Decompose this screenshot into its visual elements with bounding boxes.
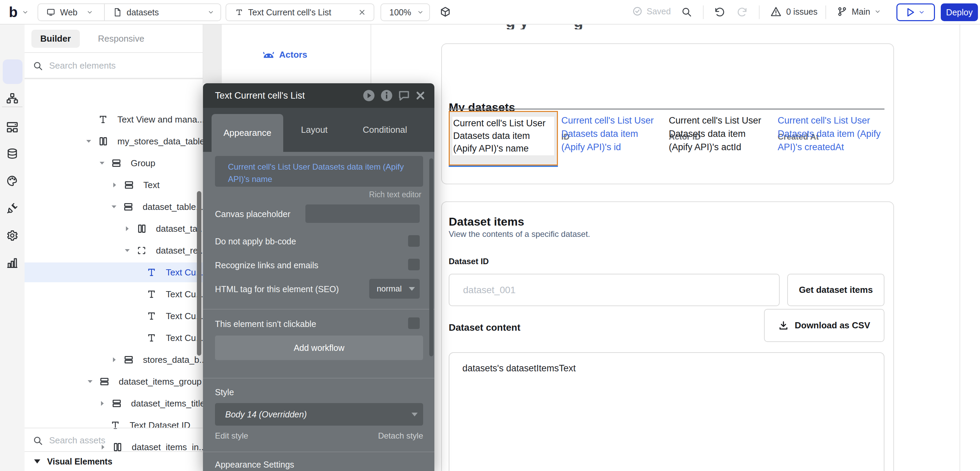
tree-row[interactable]: stores_data_b... [25, 350, 203, 370]
nav-item-actors[interactable]: Actors [263, 49, 307, 60]
element-type-cols-icon [137, 224, 146, 234]
zoom-dropdown[interactable]: 100% [380, 3, 430, 21]
chevron-down-icon[interactable] [84, 137, 93, 145]
tree-row[interactable]: Group [25, 153, 203, 173]
open-element-tab[interactable]: Text Current cell's List [226, 3, 374, 21]
chevron-right-icon[interactable] [98, 399, 107, 407]
table-cell-text[interactable]: Current cell's List User Datasets data i… [778, 114, 887, 154]
tree-row[interactable]: dataset_table... [25, 197, 203, 217]
chevron-right-icon[interactable] [110, 356, 118, 364]
table-cell-text[interactable]: Current cell's List User Datasets data i… [561, 114, 660, 154]
chevron-down-icon[interactable] [123, 247, 131, 255]
rail-sitemap-icon[interactable] [0, 85, 25, 111]
chevron-down-icon [412, 413, 418, 416]
canvas-gutter [203, 25, 222, 83]
get-dataset-items-button[interactable]: Get dataset items [787, 274, 885, 306]
element-type-rows-icon [124, 355, 134, 364]
tree-row[interactable]: Text Cu... [25, 306, 203, 326]
visual-elements-section[interactable]: Visual Elements [25, 451, 203, 471]
rail-chart-icon[interactable] [0, 250, 25, 276]
tree-row-label: dataset_ta... [156, 224, 203, 234]
info-icon[interactable] [380, 89, 393, 102]
tree-row[interactable]: dataset_items_group [25, 372, 203, 391]
search-assets[interactable]: Search assets [25, 428, 203, 453]
tree-row[interactable]: my_stores_data_table [25, 131, 203, 151]
tree-row-label: dataset_items_title [131, 398, 203, 409]
chevron-right-icon[interactable] [123, 224, 131, 233]
close-tab-icon[interactable] [358, 8, 366, 16]
chevron-down-icon[interactable] [98, 159, 106, 167]
search-icon[interactable] [681, 6, 692, 18]
text-expression-box[interactable]: Current cell's List User Datasets data i… [215, 156, 423, 187]
rich-text-editor-link[interactable]: Rich text editor [369, 190, 422, 199]
not-clickable-checkbox[interactable] [408, 317, 420, 329]
rail-gear-icon[interactable] [0, 223, 25, 248]
element-type-dashed-icon [137, 246, 146, 255]
rail-database-icon[interactable] [0, 141, 25, 167]
search-elements[interactable]: Search elements [25, 54, 203, 78]
element-tree: Text DatasetsText View and mana...my_sto… [25, 103, 203, 452]
rail-plugin-icon[interactable] [0, 195, 25, 221]
tree-row[interactable]: Text Cu... [25, 284, 203, 304]
inspector-scrollbar[interactable] [429, 158, 433, 356]
tab-responsive[interactable]: Responsive [98, 30, 144, 48]
bbcode-label: Do not apply bb-code [215, 237, 296, 247]
page-dropdown[interactable]: datasets [105, 8, 220, 18]
monitor-icon [46, 8, 55, 17]
nav-actors-label: Actors [279, 49, 307, 60]
tree-row[interactable]: Text Cu... [25, 263, 203, 282]
deploy-button[interactable]: Deploy [941, 3, 978, 21]
app-logo-menu[interactable]: b [9, 4, 29, 21]
comment-icon[interactable] [398, 90, 410, 101]
download-csv-button[interactable]: Download as CSV [764, 309, 885, 342]
search-assets-placeholder: Search assets [49, 435, 105, 446]
rail-pencil-icon[interactable] [0, 59, 25, 84]
detach-style-link[interactable]: Detach style [378, 431, 423, 441]
chevron-down-icon[interactable] [110, 203, 118, 211]
preview-element-icon[interactable] [363, 89, 375, 102]
tree-row[interactable]: dataset_re... [25, 240, 203, 260]
chevron-right-icon[interactable] [111, 181, 119, 189]
tree-row-label: dataset_table... [143, 202, 203, 212]
bubble-logo: b [9, 4, 18, 21]
dataset-content-box: datasets's datasetItemsText [449, 352, 885, 471]
tree-row[interactable]: Text View and mana... [25, 110, 203, 129]
tab-appearance[interactable]: Appearance [212, 114, 283, 152]
redo-icon[interactable] [737, 6, 748, 18]
dataset-id-input[interactable]: dataset_001 [449, 274, 780, 306]
html-tag-dropdown[interactable]: normal [369, 279, 420, 299]
edit-style-link[interactable]: Edit style [215, 431, 248, 441]
issues-indicator[interactable]: 0 issues [770, 6, 818, 17]
chevron-down-icon[interactable] [86, 377, 94, 386]
tree-row[interactable]: Text [25, 175, 203, 195]
element-type-rows-icon [124, 202, 133, 212]
bbcode-checkbox[interactable] [408, 235, 420, 247]
undo-icon[interactable] [714, 6, 725, 18]
selected-table-cell[interactable]: Current cell's List User Datasets data i… [449, 111, 558, 165]
element-type-text-icon [147, 290, 156, 299]
branch-dropdown[interactable]: Main [837, 6, 881, 17]
tree-row[interactable]: Text Datasets [25, 103, 203, 108]
tab-builder[interactable]: Builder [32, 30, 80, 48]
canvas-placeholder-input[interactable] [305, 204, 420, 223]
tab-layout[interactable]: Layout [301, 108, 328, 152]
chevron-down-icon [417, 9, 424, 16]
style-label: Style [215, 387, 234, 397]
rail-palette-icon[interactable] [0, 168, 25, 194]
tree-row[interactable]: dataset_ta... [25, 219, 203, 239]
inspector-header[interactable]: Text Current cell's List [203, 83, 434, 108]
inspector-tab-bar: Appearance Layout Conditional [203, 108, 434, 152]
tree-row-label: Group [131, 158, 155, 169]
component-library-icon[interactable] [439, 6, 451, 18]
tree-scrollbar[interactable] [197, 191, 201, 356]
preview-button[interactable] [896, 3, 935, 21]
style-dropdown[interactable]: Body 14 (Overridden) [215, 403, 423, 426]
tree-row[interactable]: Text Cu... [25, 328, 203, 348]
tree-row[interactable]: dataset_items_title [25, 393, 203, 413]
close-icon[interactable] [415, 91, 425, 101]
add-workflow-button[interactable]: Add workflow [215, 336, 423, 360]
links-emails-checkbox[interactable] [408, 259, 420, 271]
rail-components-icon[interactable] [0, 114, 25, 140]
tab-conditional[interactable]: Conditional [363, 108, 407, 152]
platform-dropdown[interactable]: Web [38, 8, 104, 18]
